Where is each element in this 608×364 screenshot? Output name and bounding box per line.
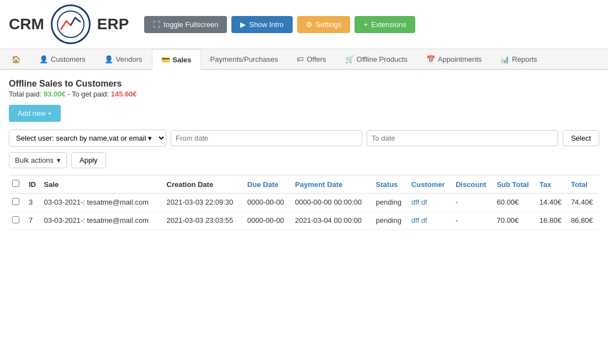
select-all-checkbox[interactable]	[12, 180, 19, 187]
dropdown-chevron-icon: ▾	[57, 156, 61, 164]
tab-sales[interactable]: 💳 Sales	[152, 49, 201, 70]
row-checkbox[interactable]	[9, 212, 25, 230]
tab-vendors-label: Vendors	[116, 55, 142, 63]
row-total: 86.80€	[568, 212, 599, 230]
logo-circle	[51, 4, 91, 44]
tab-offline-products-label: Offline Products	[357, 55, 408, 63]
apply-label: Apply	[80, 156, 98, 164]
col-header-checkbox	[9, 175, 25, 194]
row-sale: 03-03-2021-: tesatme@mail.com	[41, 212, 163, 230]
tab-appointments[interactable]: 📅 Appointments	[417, 49, 491, 69]
row-sub-total: 70.00€	[493, 212, 536, 230]
row-discount: -	[452, 212, 494, 230]
toggle-fullscreen-label: toggle Fullscreen	[163, 20, 218, 29]
tab-payments[interactable]: Payments/Purchases	[201, 49, 288, 69]
to-date-input[interactable]	[367, 130, 558, 146]
row-due-date: 0000-00-00	[244, 194, 292, 212]
total-paid-value: 93.00€	[44, 90, 66, 98]
to-get-paid-label: - To get paid:	[67, 90, 109, 98]
gear-icon: ⚙	[306, 20, 313, 29]
tab-offers-label: Offers	[306, 55, 326, 63]
offers-icon: 🏷	[297, 55, 304, 63]
totals-row: Total paid: 93.00€ - To get paid: 145.60…	[9, 90, 599, 98]
extensions-label: Extensions	[371, 20, 406, 29]
col-header-total: Total	[568, 175, 599, 194]
select-button[interactable]: Select	[563, 130, 599, 146]
row-payment-date: 2021-03-04 00:00:00	[292, 212, 372, 230]
row-id: 7	[25, 212, 41, 230]
col-header-status: Status	[373, 175, 408, 194]
row-creation-date: 2021-03-03 23:03:55	[163, 212, 244, 230]
tab-reports[interactable]: 📊 Reports	[491, 49, 547, 69]
user-select[interactable]: Select user: search by name,vat or email…	[9, 130, 166, 147]
apply-button[interactable]: Apply	[71, 152, 106, 168]
row-total: 74.40€	[568, 194, 599, 212]
tab-vendors[interactable]: 👤 Vendors	[95, 49, 152, 69]
tab-sales-label: Sales	[173, 56, 192, 64]
col-header-due-date: Due Date	[244, 175, 292, 194]
col-header-sub-total: Sub Total	[493, 175, 536, 194]
appointments-icon: 📅	[426, 55, 435, 63]
select-label: Select	[571, 134, 591, 142]
col-header-customer: Customer	[408, 175, 452, 194]
tab-appointments-label: Appointments	[438, 55, 482, 63]
row-creation-date: 2021-03-03 22:09:30	[163, 194, 244, 212]
col-header-tax: Tax	[536, 175, 568, 194]
from-date-input[interactable]	[171, 130, 362, 146]
col-header-creation-date: Creation Date	[163, 175, 244, 194]
row-sale: 03-03-2021-: tesatme@mail.com	[41, 194, 163, 212]
add-new-label: Add new +	[18, 109, 52, 117]
tab-offline-products[interactable]: 🛒 Offline Products	[336, 49, 417, 69]
tab-payments-label: Payments/Purchases	[210, 55, 278, 63]
logo-crm: CRM	[9, 15, 44, 33]
row-due-date: 0000-00-00	[244, 212, 292, 230]
total-paid-label: Total paid:	[9, 90, 41, 98]
settings-label: Settings	[316, 20, 342, 29]
bulk-actions-label: Bulk actions	[15, 156, 54, 164]
page-title: Offline Sales to Customers	[9, 79, 599, 89]
vendors-icon: 👤	[104, 55, 113, 63]
app-header: CRM ERP ⛶ toggle Fullscreen ▶ Show Intro…	[0, 0, 608, 49]
tab-customers-label: Customers	[51, 55, 86, 63]
main-content: Offline Sales to Customers Total paid: 9…	[0, 70, 608, 239]
tab-reports-label: Reports	[512, 55, 537, 63]
sales-table: ID Sale Creation Date Due Date Payment D…	[9, 175, 599, 230]
col-header-payment-date: Payment Date	[292, 175, 372, 194]
toggle-fullscreen-button[interactable]: ⛶ toggle Fullscreen	[144, 16, 227, 33]
row-tax: 16.80€	[536, 212, 568, 230]
header-buttons: ⛶ toggle Fullscreen ▶ Show Intro ⚙ Setti…	[144, 16, 415, 33]
col-header-discount: Discount	[452, 175, 494, 194]
col-header-id: ID	[25, 175, 41, 194]
tab-home[interactable]: 🏠	[2, 49, 30, 69]
plus-icon: +	[363, 20, 368, 29]
customers-icon: 👤	[39, 55, 48, 63]
bulk-row: Bulk actions ▾ Apply	[9, 152, 599, 168]
sales-icon: 💳	[161, 56, 170, 64]
home-icon: 🏠	[12, 55, 20, 63]
offline-products-icon: 🛒	[345, 55, 354, 63]
show-intro-label: Show Intro	[249, 20, 283, 29]
filters-row: Select user: search by name,vat or email…	[9, 130, 599, 147]
extensions-button[interactable]: + Extensions	[355, 16, 415, 33]
logo-erp: ERP	[97, 15, 129, 33]
row-discount: -	[452, 194, 494, 212]
reports-icon: 📊	[500, 55, 509, 63]
add-new-button[interactable]: Add new +	[9, 105, 61, 122]
row-customer[interactable]: dff df	[408, 212, 452, 230]
row-checkbox[interactable]	[9, 194, 25, 212]
tab-customers[interactable]: 👤 Customers	[30, 49, 95, 69]
show-intro-button[interactable]: ▶ Show Intro	[231, 16, 292, 33]
row-payment-date: 0000-00-00 00:00:00	[292, 194, 372, 212]
play-icon: ▶	[240, 20, 246, 29]
row-status: pending	[373, 194, 408, 212]
nav-tabs: 🏠 👤 Customers 👤 Vendors 💳 Sales Payments…	[0, 49, 608, 70]
bulk-actions-dropdown[interactable]: Bulk actions ▾	[9, 152, 67, 168]
settings-button[interactable]: ⚙ Settings	[297, 16, 351, 33]
fullscreen-icon: ⛶	[153, 20, 160, 29]
row-customer[interactable]: dff df	[408, 194, 452, 212]
to-get-paid-value: 145.60€	[111, 90, 137, 98]
table-row: 3 03-03-2021-: tesatme@mail.com 2021-03-…	[9, 194, 599, 212]
tab-offers[interactable]: 🏷 Offers	[287, 49, 335, 69]
col-header-sale: Sale	[41, 175, 163, 194]
row-id: 3	[25, 194, 41, 212]
